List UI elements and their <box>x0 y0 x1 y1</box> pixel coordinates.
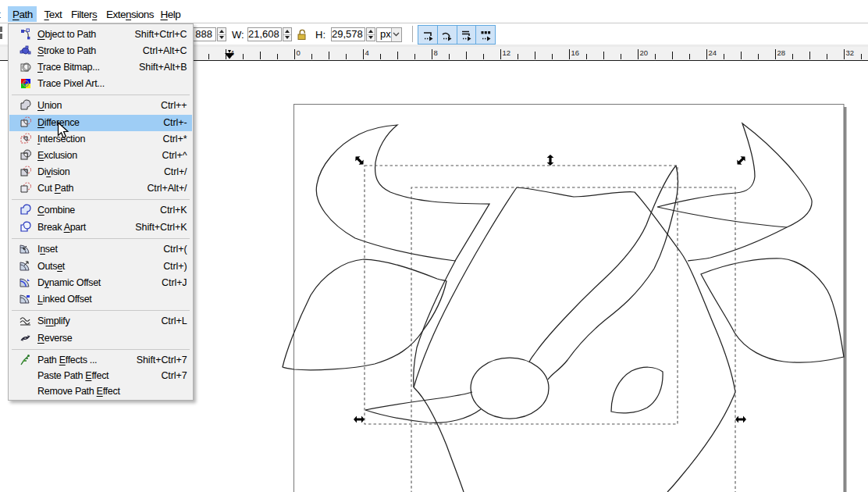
svg-text:28: 28 <box>777 48 786 57</box>
svg-text:16: 16 <box>571 48 580 57</box>
svg-text:12: 12 <box>503 48 511 57</box>
svg-text:0: 0 <box>297 48 301 57</box>
svg-text:20: 20 <box>640 48 649 57</box>
svg-text:4: 4 <box>365 48 369 57</box>
svg-text:32: 32 <box>846 48 855 57</box>
svg-text:8: 8 <box>434 48 438 57</box>
svg-text:24: 24 <box>709 48 717 57</box>
